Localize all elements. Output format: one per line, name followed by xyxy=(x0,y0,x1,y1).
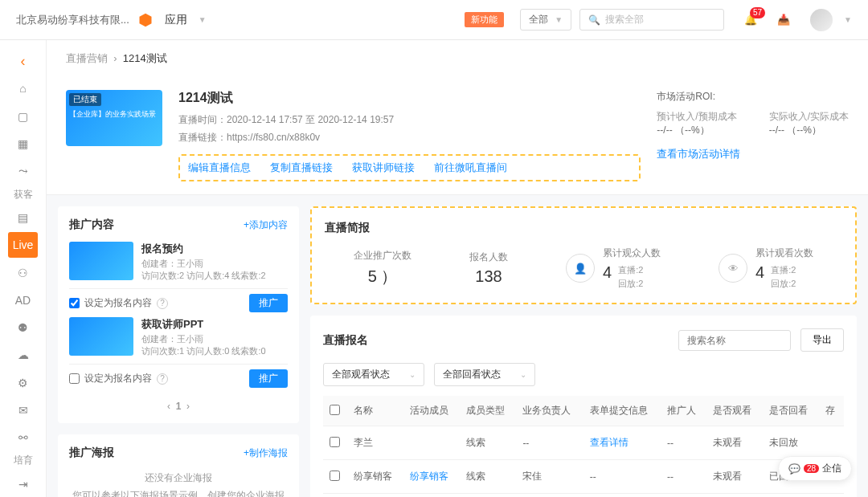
poster-title: 推广海报 xyxy=(69,446,114,460)
side-home[interactable]: ⌂ xyxy=(0,75,46,101)
float-chat[interactable]: 💬 28 企信 xyxy=(778,456,852,481)
side-more[interactable]: ⇥ xyxy=(0,471,46,497)
side-ad[interactable]: AD xyxy=(0,287,46,313)
row-checkbox[interactable] xyxy=(330,437,340,447)
row-checkbox[interactable] xyxy=(330,471,340,481)
side-mail[interactable]: ✉ xyxy=(0,397,46,423)
action-bar: 编辑直播信息 复制直播链接 获取讲师链接 前往微吼直播间 xyxy=(178,154,641,181)
scope-select[interactable]: 全部▼ xyxy=(520,9,571,31)
sidebar: ‹ ⌂ ▢ ▦ ⤳ 获客 ▤ Live ⚇ AD ⚉ ☁ ⚙ ✉ ⚯ 培育 ⇥ xyxy=(0,40,47,497)
help-icon[interactable]: ? xyxy=(157,373,168,385)
search-icon: 🔍 xyxy=(588,14,600,26)
side-group-nurture: 培育 xyxy=(0,452,46,470)
user-avatar[interactable] xyxy=(810,9,833,31)
set-signup-checkbox[interactable]: 设定为报名内容 ? xyxy=(69,296,168,310)
reg-table: 名称活动成员成员类型业务负责人表单提交信息推广人是否观看是否回看存 李兰线索 -… xyxy=(323,396,844,497)
side-calendar[interactable]: ▦ xyxy=(0,131,46,157)
chevron-down-icon[interactable]: ▼ xyxy=(199,15,207,24)
col-header[interactable]: 推广人 xyxy=(661,396,706,426)
table-row: 李兰线索 --查看详情-- 未观看未回放 xyxy=(323,426,844,460)
global-search[interactable]: 🔍搜索全部 xyxy=(579,9,724,31)
new-tag[interactable]: 新功能 xyxy=(465,12,504,27)
chat-icon: 💬 xyxy=(788,463,800,475)
app-label[interactable]: 应用 xyxy=(165,13,187,27)
col-header[interactable]: 是否回看 xyxy=(763,396,819,426)
col-header[interactable]: 成员类型 xyxy=(460,396,516,426)
replay-filter[interactable]: 全部回看状态⌄ xyxy=(434,363,535,386)
back-button[interactable]: ‹ xyxy=(0,48,46,74)
status-badge: 已结束 xyxy=(69,93,101,106)
table-row: 纷享销客纷享销客线索 宋佳---- 未观看已回放已 xyxy=(323,460,844,494)
side-people[interactable]: ⚉ xyxy=(0,315,46,340)
side-gear[interactable]: ⚙ xyxy=(0,369,46,395)
help-icon[interactable]: ? xyxy=(157,298,168,309)
set-signup-checkbox[interactable]: 设定为报名内容 ? xyxy=(69,372,168,385)
add-content-link[interactable]: +添加内容 xyxy=(244,218,288,232)
detail-header: 已结束 【企业库】的业务实践场景 1214测试 直播时间：2020-12-14 … xyxy=(47,77,868,195)
org-name: 北京易动纷享科技有限... xyxy=(16,13,129,27)
side-wechat[interactable]: ☁ xyxy=(0,342,46,368)
col-header[interactable]: 存 xyxy=(819,396,844,426)
reg-title: 直播报名 xyxy=(323,333,669,348)
promo-thumb xyxy=(69,242,133,280)
reg-search[interactable] xyxy=(678,330,791,351)
promote-button[interactable]: 推广 xyxy=(249,369,288,388)
live-thumbnail: 已结束 【企业库】的业务实践场景 xyxy=(66,90,162,146)
watch-filter[interactable]: 全部观看状态⌄ xyxy=(323,363,424,386)
lecturer-link[interactable]: 获取讲师链接 xyxy=(352,161,415,175)
inbox-icon[interactable]: 📥 xyxy=(777,14,790,26)
breadcrumb: 直播营销 › 1214测试 xyxy=(47,40,868,77)
chevron-down-icon[interactable]: ▼ xyxy=(844,15,852,24)
pager: ‹ 1 › xyxy=(69,401,288,412)
col-header[interactable]: 业务负责人 xyxy=(516,396,583,426)
side-path[interactable]: ⤳ xyxy=(0,158,46,184)
goto-room-link[interactable]: 前往微吼直播间 xyxy=(434,161,507,175)
promo-name: 获取讲师PPT xyxy=(141,317,288,332)
table-row: 肖海丽肖海丽线索 ------ 未观看已回放 xyxy=(323,494,844,497)
crumb-parent[interactable]: 直播营销 xyxy=(66,52,108,64)
promo-card: 推广内容 +添加内容 报名预约 创建者：王小雨 访问次数:2 访问人数:4 线索… xyxy=(58,206,299,423)
roi-detail-link[interactable]: 查看市场活动详情 xyxy=(657,147,849,161)
side-video[interactable]: ▢ xyxy=(0,104,46,129)
views-icon: 👁 xyxy=(719,254,747,283)
audience-icon: 👤 xyxy=(566,254,595,283)
side-group-acquire: 获客 xyxy=(0,185,46,203)
topbar: 北京易动纷享科技有限... 应用 ▼ 新功能 全部▼ 🔍搜索全部 🔔57 📥 ▼ xyxy=(0,0,868,40)
promote-button[interactable]: 推广 xyxy=(249,294,288,312)
side-list[interactable]: ▤ xyxy=(0,205,46,230)
side-users[interactable]: ⚇ xyxy=(0,259,46,285)
member-link[interactable]: 纷享销客 xyxy=(410,471,448,482)
side-live[interactable]: Live xyxy=(8,232,38,258)
col-header[interactable]: 名称 xyxy=(347,396,403,426)
col-header[interactable]: 表单提交信息 xyxy=(583,396,661,426)
notification-icon[interactable]: 🔔57 xyxy=(744,14,757,26)
roi-panel: 市场活动ROI: 预计收入/预期成本--/-- （--%） 实际收入/实际成本-… xyxy=(657,90,849,181)
crumb-current: 1214测试 xyxy=(123,52,167,64)
promo-title: 推广内容 xyxy=(69,218,114,232)
brief-card: 直播简报 企业推广次数5 ） 报名人数138 👤 累计观众人数 4直播:2回放:… xyxy=(310,206,857,304)
poster-card: 推广海报 +制作海报 还没有企业海报 您可以参考以下海报场景示例，创建您的企业海… xyxy=(58,434,299,497)
select-all[interactable] xyxy=(330,405,340,415)
view-detail-link[interactable]: 查看详情 xyxy=(590,437,628,448)
edit-link[interactable]: 编辑直播信息 xyxy=(188,161,251,175)
registration-card: 直播报名 导出 全部观看状态⌄ 全部回看状态⌄ 名称活动成员成员类型业务负责人表… xyxy=(310,316,857,497)
promo-name: 报名预约 xyxy=(141,242,288,256)
make-poster-link[interactable]: +制作海报 xyxy=(244,446,288,460)
live-title: 1214测试 xyxy=(178,90,641,107)
side-org[interactable]: ⚯ xyxy=(0,425,46,450)
col-header[interactable]: 活动成员 xyxy=(403,396,460,426)
copy-link[interactable]: 复制直播链接 xyxy=(270,161,333,175)
promo-thumb xyxy=(69,317,133,356)
app-icon xyxy=(137,12,154,28)
export-button[interactable]: 导出 xyxy=(800,328,844,352)
brief-title: 直播简报 xyxy=(325,221,842,235)
col-header[interactable]: 是否观看 xyxy=(706,396,763,426)
